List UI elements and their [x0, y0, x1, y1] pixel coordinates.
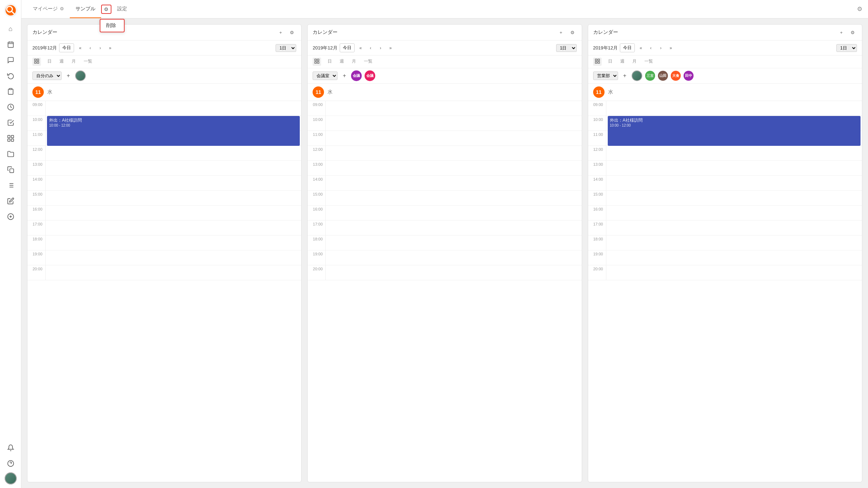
cal3-content-1300[interactable] [606, 161, 862, 176]
cal2-view-tab-icon[interactable] [313, 58, 321, 66]
bell-icon[interactable] [4, 441, 17, 455]
cal2-view-tab-week[interactable]: 週 [338, 58, 345, 66]
cal2-next-btn[interactable]: › [377, 44, 385, 52]
cal1-time-content-0900[interactable] [45, 101, 301, 116]
cal1-today-btn[interactable]: 今日 [59, 43, 74, 52]
cal1-add-btn[interactable]: + [276, 28, 285, 37]
cal1-view-tab-icon[interactable] [32, 58, 41, 66]
cal1-time-content-1000[interactable]: 外出：A社様訪問 10:00 - 12:00 [45, 116, 301, 131]
cal3-avatar-1[interactable]: 三古 [645, 71, 655, 81]
cal1-prev-btn[interactable]: ‹ [86, 44, 94, 52]
cal2-content-1500[interactable] [325, 191, 581, 206]
cal3-event[interactable]: 外出：A社様訪問 10:00 - 12:00 [608, 116, 861, 146]
cal1-view-select[interactable]: 1日週月一覧 [276, 44, 296, 52]
folder-icon[interactable] [4, 147, 17, 161]
cal1-view-tab-month[interactable]: 月 [70, 58, 77, 66]
cal3-avatar-photo[interactable] [632, 70, 642, 81]
cal3-content-1200[interactable] [606, 146, 862, 161]
cal1-time-content-1700[interactable] [45, 221, 301, 235]
cal1-time-content-1800[interactable] [45, 235, 301, 250]
cal2-content-1900[interactable] [325, 250, 581, 265]
cal3-content-1600[interactable] [606, 206, 862, 221]
cal2-view-tab-month[interactable]: 月 [350, 58, 357, 66]
chat-icon[interactable] [4, 53, 17, 67]
cal3-content-1000[interactable]: 外出：A社様訪問 10:00 - 12:00 [606, 116, 862, 131]
cal1-prev-prev-btn[interactable]: « [76, 44, 84, 52]
tab-gear-button[interactable]: ⚙ [101, 5, 111, 14]
cal3-next-btn[interactable]: › [657, 44, 665, 52]
cal1-time-content-2000[interactable] [45, 265, 301, 280]
tab-mypage-gear-icon[interactable]: ⚙ [60, 6, 64, 11]
cal1-time-content-1300[interactable] [45, 161, 301, 176]
cal3-content-1400[interactable] [606, 176, 862, 191]
cal1-view-tab-day[interactable]: 日 [46, 58, 53, 66]
cal2-content-1700[interactable] [325, 221, 581, 235]
cal2-content-1200[interactable] [325, 146, 581, 161]
cal3-filter-select[interactable]: 営業部 [593, 71, 618, 80]
cal2-filter-add-btn[interactable]: + [340, 72, 348, 80]
list-icon[interactable] [4, 179, 17, 192]
cal3-view-tab-icon[interactable] [593, 58, 602, 66]
cal3-prev-btn[interactable]: ‹ [647, 44, 655, 52]
cal1-time-content-1500[interactable] [45, 191, 301, 206]
cal3-next-next-btn[interactable]: » [667, 44, 675, 52]
cal3-add-btn[interactable]: + [837, 28, 846, 37]
cal3-view-tab-day[interactable]: 日 [607, 58, 614, 66]
cal2-content-1600[interactable] [325, 206, 581, 221]
history-icon[interactable] [4, 69, 17, 83]
cal3-prev-prev-btn[interactable]: « [637, 44, 645, 52]
cal2-content-1400[interactable] [325, 176, 581, 191]
calendar-icon[interactable] [4, 38, 17, 51]
cal3-view-select[interactable]: 1日週月一覧 [836, 44, 857, 52]
cal2-view-tab-list[interactable]: 一覧 [362, 58, 374, 66]
cal2-filter-select[interactable]: 会議室 [313, 71, 338, 80]
clipboard-icon[interactable] [4, 85, 17, 98]
cal2-today-btn[interactable]: 今日 [340, 43, 355, 52]
app-logo[interactable] [4, 4, 17, 17]
clock-icon[interactable] [4, 100, 17, 114]
cal3-view-tab-list[interactable]: 一覧 [643, 58, 654, 66]
cal2-content-1300[interactable] [325, 161, 581, 176]
delete-menu-item[interactable]: 削除 [100, 20, 124, 32]
cal3-avatar-2[interactable]: 山田 [658, 71, 668, 81]
cal3-view-tab-month[interactable]: 月 [631, 58, 638, 66]
cal1-filter-add-btn[interactable]: + [64, 72, 72, 80]
cal1-view-tab-week[interactable]: 週 [58, 58, 65, 66]
cal2-prev-prev-btn[interactable]: « [357, 44, 365, 52]
cal2-content-1800[interactable] [325, 235, 581, 250]
cal1-time-content-1200[interactable] [45, 146, 301, 161]
cal1-next-btn[interactable]: › [96, 44, 104, 52]
cal3-content-2000[interactable] [606, 265, 862, 280]
cal1-time-content-1900[interactable] [45, 250, 301, 265]
cal2-avatar-1[interactable]: 会議 [351, 70, 362, 81]
cal2-view-select[interactable]: 1日週月一覧 [556, 44, 577, 52]
cal3-content-1700[interactable] [606, 221, 862, 235]
tab-sample[interactable]: サンプル [70, 0, 101, 18]
user-avatar[interactable] [5, 472, 17, 484]
cal2-gear-icon[interactable]: ⚙ [568, 28, 577, 37]
cal1-filter-select[interactable]: 自分のみ [32, 71, 62, 80]
cal3-gear-icon[interactable]: ⚙ [848, 28, 857, 37]
cal1-event[interactable]: 外出：A社様訪問 10:00 - 12:00 [47, 116, 300, 146]
cal2-add-btn[interactable]: + [557, 28, 565, 37]
cal2-content-2000[interactable] [325, 265, 581, 280]
cal2-next-next-btn[interactable]: » [387, 44, 394, 52]
cal2-content-1100[interactable] [325, 131, 581, 146]
cal3-content-1900[interactable] [606, 250, 862, 265]
cal2-content-1000[interactable] [325, 116, 581, 131]
edit-icon[interactable] [4, 194, 17, 208]
cal1-view-tab-list[interactable]: 一覧 [82, 58, 94, 66]
cal1-time-content-1400[interactable] [45, 176, 301, 191]
cal2-content-0900[interactable] [325, 101, 581, 116]
topbar-settings-gear-icon[interactable]: ⚙ [857, 5, 862, 13]
cal3-content-1800[interactable] [606, 235, 862, 250]
cal3-filter-add-btn[interactable]: + [621, 72, 629, 80]
cal1-avatar-photo[interactable] [75, 70, 86, 81]
tab-settings[interactable]: 設定 [111, 0, 133, 18]
cal3-content-1500[interactable] [606, 191, 862, 206]
cal1-gear-icon[interactable]: ⚙ [288, 28, 296, 37]
org-icon[interactable] [4, 132, 17, 145]
cal3-content-0900[interactable] [606, 101, 862, 116]
cal2-view-tab-day[interactable]: 日 [326, 58, 333, 66]
cal2-prev-btn[interactable]: ‹ [367, 44, 375, 52]
